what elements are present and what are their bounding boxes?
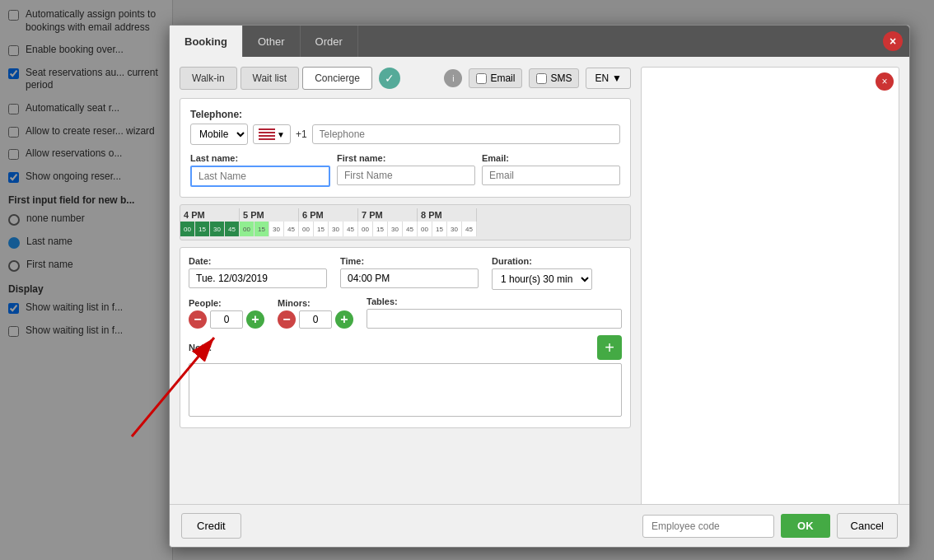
tl-slot[interactable]: 00 [180, 222, 195, 236]
communications-bar: i Email SMS EN ▼ [444, 68, 631, 89]
tl-slot[interactable]: 45 [284, 222, 299, 236]
minors-field: Minors: − + [278, 298, 353, 329]
country-flag-selector[interactable]: ▼ [253, 124, 291, 144]
contact-form-section: Telephone: Mobile ▼ +1 Last name: [180, 98, 631, 198]
tables-input[interactable] [367, 309, 622, 329]
time-label-6pm: 6 PM [299, 208, 358, 222]
email-input[interactable] [482, 166, 620, 185]
tl-slot[interactable]: 30 [329, 222, 343, 236]
sms-label: SMS [550, 72, 572, 84]
timeline-7pm: 7 PM 00 15 30 45 [358, 208, 418, 236]
first-name-label: First name: [337, 153, 475, 163]
tl-slot[interactable]: 30 [269, 222, 284, 236]
add-note-button[interactable]: + [597, 335, 622, 360]
people-plus-button[interactable]: + [246, 310, 264, 329]
modal-body: Walk-in Wait list Concierge ✓ i Email SM… [170, 57, 909, 547]
tl-slot[interactable]: 30 [388, 222, 403, 236]
phone-prefix: +1 [296, 128, 307, 140]
timeline-4pm: 4 PM 00 15 30 45 [180, 208, 240, 236]
email-label: Email [490, 72, 515, 84]
modal-close-button[interactable]: × [883, 31, 903, 51]
tab-booking[interactable]: Booking [170, 26, 243, 57]
first-name-field: First name: [337, 153, 475, 187]
tl-slot[interactable]: 15 [432, 222, 447, 236]
people-input[interactable] [210, 310, 243, 329]
employee-code-input[interactable] [642, 515, 774, 538]
people-minors-tables-row: People: − + Minors: − + [189, 296, 622, 329]
time-label-7pm: 7 PM [358, 208, 418, 222]
cancel-button[interactable]: Cancel [837, 513, 898, 539]
tl-slot[interactable]: 15 [255, 222, 269, 236]
minors-minus-button[interactable]: − [278, 310, 296, 329]
tl-slot[interactable]: 45 [462, 222, 477, 236]
credit-button[interactable]: Credit [181, 513, 241, 539]
time-label-5pm: 5 PM [240, 208, 299, 222]
tab-order[interactable]: Order [301, 26, 358, 57]
time-label-4pm: 4 PM [180, 208, 240, 222]
tl-slot[interactable]: 45 [343, 222, 358, 236]
last-name-field: Last name: [190, 153, 330, 187]
telephone-label: Telephone: [190, 109, 620, 120]
sms-toggle[interactable]: SMS [529, 68, 579, 88]
tl-slot[interactable]: 15 [373, 222, 388, 236]
subtab-wait-list[interactable]: Wait list [241, 67, 300, 90]
tl-slot[interactable]: 30 [210, 222, 225, 236]
tl-slot[interactable]: 45 [225, 222, 240, 236]
tl-slot[interactable]: 30 [447, 222, 462, 236]
modal-right-panel: × [641, 57, 909, 547]
time-field: Time: [340, 256, 479, 290]
minors-label: Minors: [278, 298, 353, 308]
minors-plus-button[interactable]: + [335, 310, 353, 329]
date-input[interactable] [189, 268, 327, 288]
last-name-input[interactable] [190, 166, 330, 187]
subtab-walk-in[interactable]: Walk-in [180, 67, 237, 90]
timeline-5pm: 5 PM 00 15 30 45 [240, 208, 299, 236]
tables-field: Tables: [367, 296, 622, 329]
lang-label: EN [595, 72, 609, 84]
telephone-row: Mobile ▼ +1 [190, 124, 620, 145]
last-name-label: Last name: [190, 153, 330, 163]
tl-slot[interactable]: 15 [195, 222, 210, 236]
tl-slot[interactable]: 15 [314, 222, 329, 236]
tl-slot[interactable]: 00 [358, 222, 373, 236]
minors-input[interactable] [299, 310, 332, 329]
booking-modal: Booking Other Order × Walk-in Wait list … [169, 25, 910, 548]
first-name-input[interactable] [337, 166, 475, 185]
language-selector[interactable]: EN ▼ [586, 68, 631, 89]
email-checkbox[interactable] [476, 73, 487, 84]
phone-input[interactable] [312, 124, 620, 144]
timeline-6pm: 6 PM 00 15 30 45 [299, 208, 358, 236]
timeline-section: 4 PM 00 15 30 45 5 PM [180, 204, 631, 240]
tab-other[interactable]: Other [243, 26, 301, 57]
modal-header: Booking Other Order × [170, 26, 909, 57]
booking-details-section: Date: Time: Duration: 1 hour(s) 30 min [180, 247, 631, 428]
email-toggle[interactable]: Email [469, 68, 522, 88]
tl-slot[interactable]: 45 [403, 222, 418, 236]
note-label: Note: [189, 343, 212, 352]
date-label: Date: [189, 256, 327, 266]
people-minus-button[interactable]: − [189, 310, 207, 329]
modal-left-panel: Walk-in Wait list Concierge ✓ i Email SM… [170, 57, 641, 547]
subtab-concierge[interactable]: Concierge [302, 67, 372, 90]
date-field: Date: [189, 256, 327, 290]
time-label-8pm: 8 PM [418, 208, 477, 222]
chevron-down-icon: ▼ [277, 130, 285, 139]
modal-footer: Credit OK Cancel [170, 504, 909, 547]
tl-slot[interactable]: 00 [418, 222, 432, 236]
note-textarea[interactable] [189, 363, 622, 417]
us-flag-icon [259, 128, 275, 140]
people-controls: − + [189, 310, 264, 329]
duration-select[interactable]: 1 hour(s) 30 min [492, 268, 592, 290]
phone-type-select[interactable]: Mobile [190, 124, 248, 145]
sms-checkbox[interactable] [536, 73, 547, 84]
timeline-8pm: 8 PM 00 15 30 45 [418, 208, 477, 236]
people-field: People: − + [189, 298, 264, 329]
people-label: People: [189, 298, 264, 308]
tl-slot[interactable]: 00 [240, 222, 255, 236]
email-label: Email: [482, 153, 620, 163]
time-input[interactable] [340, 268, 479, 288]
ok-button[interactable]: OK [781, 514, 830, 538]
canvas-close-button[interactable]: × [876, 72, 894, 91]
info-icon: i [444, 69, 462, 87]
tl-slot[interactable]: 00 [299, 222, 314, 236]
